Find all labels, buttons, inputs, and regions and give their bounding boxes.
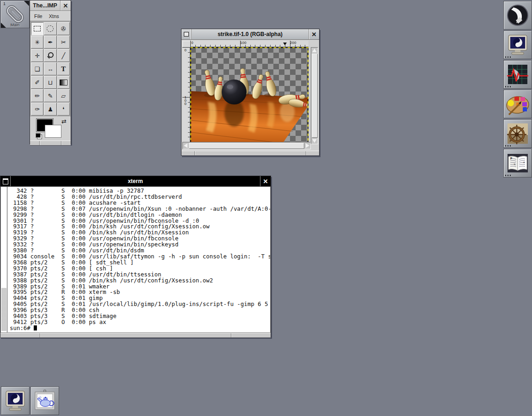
gimp-palette-icon [504, 90, 532, 118]
dock-tile-terminal-monitor[interactable] [1, 386, 30, 415]
ship-wheel-icon [504, 120, 532, 147]
gimp-menubar: File Xtns [30, 11, 71, 21]
dock-tile-terminal-monitor[interactable] [503, 31, 532, 59]
iscissors-icon: ✂ [61, 39, 66, 45]
airbrush-icon: ✑ [35, 106, 40, 112]
blend-icon [60, 80, 67, 86]
color-picker-tool-button[interactable]: ✐ [31, 76, 43, 89]
running-indicator-dots [505, 145, 512, 147]
xterm-scrollbar-thumb[interactable] [1, 288, 6, 331]
move-icon: ✛ [35, 53, 40, 59]
swap-colors-icon[interactable]: ⇄ [61, 118, 66, 125]
airbrush-tool-button[interactable]: ✑ [31, 103, 43, 116]
menu-file[interactable]: File [34, 13, 42, 19]
window-menu-button[interactable] [181, 29, 192, 39]
free-select-tool-button[interactable]: ✇ [57, 22, 70, 35]
manual-book-icon [504, 149, 532, 177]
gimp-toolbox-titlebar[interactable]: The...IMP ✕ [30, 0, 71, 11]
close-button[interactable]: ✕ [260, 176, 271, 186]
scroll-right-icon[interactable] [306, 143, 309, 148]
terminal-monitor-icon [1, 387, 29, 415]
free-select-icon: ✇ [61, 26, 66, 32]
dock-tile-manual-book[interactable] [503, 149, 532, 177]
bowling-ball [222, 80, 247, 104]
crop-icon: ╱ [61, 53, 65, 59]
dock-tile-ship-wheel[interactable] [503, 119, 532, 148]
paintbrush-tool-button[interactable]: ✎ [44, 89, 56, 102]
scroll-left-icon[interactable] [184, 143, 187, 148]
rect-select-tool-button[interactable] [31, 22, 43, 35]
image-window-titlebar[interactable]: strike.tif-1.0 (RGB-alpha) ✕ [181, 29, 319, 40]
vertical-ruler: 0 100 [182, 47, 190, 143]
dock-tile-window-maker-logo[interactable] [503, 1, 532, 30]
horizontal-scrollbar[interactable] [182, 142, 311, 149]
convolve-icon: ❛ [62, 106, 64, 112]
flip-tool-button[interactable]: ↔ [44, 62, 56, 75]
clip-next-workspace-arrow[interactable] [24, 1, 29, 6]
background-color-swatch[interactable] [45, 125, 61, 138]
crop-tool-button[interactable]: ╱ [57, 49, 70, 62]
running-indicator-dots [505, 86, 512, 87]
horizontal-scrollbar-thumb[interactable] [189, 143, 304, 149]
window-menu-icon [3, 178, 8, 184]
eraser-icon: ▱ [61, 93, 66, 99]
image-canvas-bowling-strike[interactable] [190, 47, 308, 143]
close-button[interactable]: ✕ [308, 29, 319, 39]
workspace-clip[interactable]: 1 Main [0, 0, 30, 28]
xterm-title: xterm [11, 176, 260, 186]
gimp-toolbox-window: The...IMP ✕ File Xtns ✇✳✒✂✛╱❏↔T✐⊔✏✎▱✑♟❛ … [30, 0, 71, 144]
v-ruler-label: 0 [183, 48, 187, 51]
transform-tool-button[interactable]: ❏ [31, 62, 43, 75]
close-button[interactable]: ✕ [60, 0, 71, 11]
close-icon: ✕ [63, 2, 68, 9]
xterm-output[interactable]: 342 ? S 0:00 mibiisa -p 32787 428 ? S 0:… [7, 187, 270, 332]
xterm-resizebar[interactable] [0, 333, 271, 338]
image-window-resizebar[interactable] [181, 151, 319, 156]
blend-tool-button[interactable] [57, 76, 70, 89]
close-icon: ✕ [263, 178, 268, 185]
scroll-down-icon[interactable] [312, 139, 317, 143]
iscissors-tool-button[interactable]: ✂ [57, 36, 70, 49]
text-tool-tool-button[interactable]: T [57, 62, 70, 75]
ruler-origin-button[interactable] [182, 41, 191, 48]
xterm-scrollbar[interactable] [1, 187, 7, 332]
system-monitor-icon [504, 61, 532, 88]
gimp-tool-grid: ✇✳✒✂✛╱❏↔T✐⊔✏✎▱✑♟❛ [30, 21, 71, 116]
bucket-fill-tool-button[interactable]: ⊔ [44, 76, 56, 89]
text-tool-icon: T [61, 66, 66, 73]
scroll-up-icon[interactable] [312, 49, 317, 52]
convolve-tool-button[interactable]: ❛ [57, 103, 70, 116]
workspace-number: 1 [3, 1, 6, 6]
pencil-tool-button[interactable]: ✏ [31, 89, 43, 102]
xterm-titlebar[interactable]: xterm ✕ [0, 176, 271, 187]
ellipse-select-tool-button[interactable] [44, 22, 56, 35]
dock-tile-gimp-palette[interactable] [503, 90, 532, 118]
window-menu-button[interactable] [0, 176, 11, 186]
magnify-tool-button[interactable] [44, 49, 56, 62]
terminal-line: 9412 pts/3 O 0:00 ps ax [10, 319, 269, 325]
window-maker-logo-icon [504, 1, 532, 29]
dock-tile-image-viewer-teapot[interactable] [30, 386, 59, 415]
default-colors-icon[interactable] [36, 133, 42, 139]
terminal-monitor-icon [504, 31, 532, 59]
eraser-tool-button[interactable]: ▱ [57, 89, 70, 102]
gimp-toolbox-resizebar[interactable] [30, 141, 71, 146]
vertical-scrollbar-thumb[interactable] [312, 54, 318, 138]
menu-xtns[interactable]: Xtns [49, 13, 59, 19]
vertical-scrollbar[interactable] [311, 47, 318, 144]
workspace-label: Main [1, 23, 29, 27]
rect-select-icon [34, 26, 41, 31]
running-indicator-dots [505, 56, 512, 58]
move-tool-button[interactable]: ✛ [31, 49, 43, 62]
clone-tool-button[interactable]: ♟ [44, 103, 56, 116]
gimp-color-area: ⇄ [30, 116, 71, 141]
window-menu-icon [184, 32, 189, 37]
desktop: 1 Main The...IMP ✕ File Xtns ✇✳✒✂✛╱❏↔T✐⊔… [0, 0, 532, 416]
dock-tile-system-monitor[interactable] [503, 60, 532, 89]
v-ruler-label: 100 [183, 95, 187, 105]
fuzzy-select-tool-button[interactable]: ✳ [31, 36, 43, 49]
h-ruler-label: 100 [240, 41, 246, 45]
bezier-select-tool-button[interactable]: ✒ [44, 36, 56, 49]
color-picker-icon: ✐ [35, 80, 40, 86]
running-indicator-dots [505, 175, 512, 176]
